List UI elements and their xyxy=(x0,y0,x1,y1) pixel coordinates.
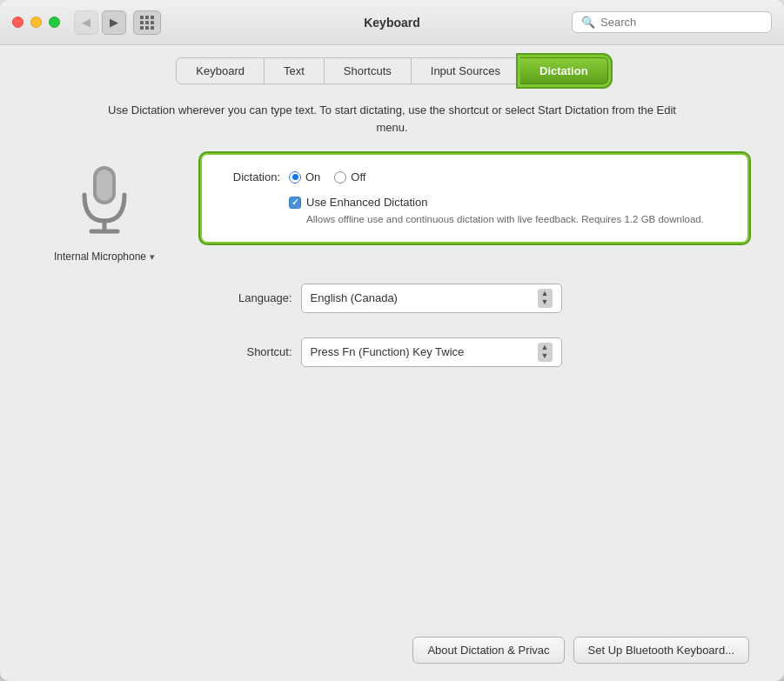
mic-label-text: Internal Microphone xyxy=(54,250,146,263)
traffic-lights xyxy=(12,17,60,28)
tab-text[interactable]: Text xyxy=(265,57,325,84)
enhanced-row: ✓ Use Enhanced Dictation Allows offline … xyxy=(219,196,730,226)
titlebar: ◀ ▶ Keyboard 🔍 xyxy=(0,0,784,45)
language-row: Language: English (Canada) ▲ ▼ xyxy=(35,284,749,313)
bottom-buttons: About Dictation & Privac Set Up Bluetoot… xyxy=(35,611,749,664)
back-icon: ◀ xyxy=(82,16,90,29)
tab-shortcuts[interactable]: Shortcuts xyxy=(325,57,412,84)
language-value: English (Canada) xyxy=(311,291,398,304)
language-select[interactable]: English (Canada) ▲ ▼ xyxy=(301,284,562,313)
radio-off-option[interactable]: Off xyxy=(334,170,365,184)
description-text: Use Dictation wherever you can type text… xyxy=(35,102,749,136)
arrow-down-icon: ▼ xyxy=(541,298,549,307)
radio-on-circle xyxy=(289,171,301,184)
content-area: Use Dictation wherever you can type text… xyxy=(0,84,784,681)
enhanced-checkbox[interactable]: ✓ xyxy=(289,197,301,209)
language-select-arrows: ▲ ▼ xyxy=(538,289,553,308)
shortcut-value: Press Fn (Function) Key Twice xyxy=(311,345,465,358)
mic-label[interactable]: Internal Microphone ▾ xyxy=(54,250,155,263)
radio-on-label: On xyxy=(305,170,320,184)
grid-button[interactable] xyxy=(133,10,161,35)
radio-off-label: Off xyxy=(351,170,365,184)
window-title: Keyboard xyxy=(364,16,420,30)
about-button[interactable]: About Dictation & Privac xyxy=(412,637,564,664)
language-label: Language: xyxy=(223,291,292,304)
search-icon: 🔍 xyxy=(581,16,595,29)
maximize-button[interactable] xyxy=(49,17,60,28)
tab-keyboard[interactable]: Keyboard xyxy=(176,57,265,84)
search-input[interactable] xyxy=(600,16,762,29)
checkmark-icon: ✓ xyxy=(291,198,298,207)
radio-group: On Off xyxy=(289,170,365,184)
enhanced-desc: Allows offline use and continuous dictat… xyxy=(289,212,730,226)
bluetooth-button[interactable]: Set Up Bluetooth Keyboard... xyxy=(573,637,749,664)
forward-icon: ▶ xyxy=(110,16,118,29)
forward-button[interactable]: ▶ xyxy=(102,10,126,35)
dictation-box: Dictation: On Off xyxy=(200,153,749,244)
keyboard-window: ◀ ▶ Keyboard 🔍 Keyboard Text Shortcuts I… xyxy=(0,0,784,681)
close-button[interactable] xyxy=(12,17,23,28)
dictation-label: Dictation: xyxy=(219,170,280,184)
tab-dictation[interactable]: Dictation xyxy=(520,57,608,84)
shortcut-label: Shortcut: xyxy=(223,345,292,358)
grid-icon xyxy=(140,16,154,30)
dictation-toggle-row: Dictation: On Off xyxy=(219,170,730,184)
shortcut-row: Shortcut: Press Fn (Function) Key Twice … xyxy=(35,337,749,367)
shortcut-arrow-down-icon: ▼ xyxy=(541,352,549,361)
minimize-button[interactable] xyxy=(30,17,42,28)
main-area: Internal Microphone ▾ Dictation: On xyxy=(35,153,749,263)
checkbox-row: ✓ Use Enhanced Dictation xyxy=(289,196,730,209)
shortcut-select-arrows: ▲ ▼ xyxy=(538,343,553,362)
microphone-area: Internal Microphone ▾ xyxy=(35,162,174,263)
radio-on-dot xyxy=(292,174,298,180)
radio-off-circle xyxy=(334,171,346,184)
svg-rect-1 xyxy=(97,170,112,201)
shortcut-select[interactable]: Press Fn (Function) Key Twice ▲ ▼ xyxy=(301,337,562,367)
search-box[interactable]: 🔍 xyxy=(572,11,772,33)
enhanced-label: Use Enhanced Dictation xyxy=(306,196,427,209)
tabs-bar: Keyboard Text Shortcuts Input Sources Di… xyxy=(0,45,784,84)
back-button[interactable]: ◀ xyxy=(74,10,98,35)
microphone-svg xyxy=(74,162,135,240)
tab-input-sources[interactable]: Input Sources xyxy=(412,57,520,84)
radio-on-option[interactable]: On xyxy=(289,170,320,184)
forms-section: Language: English (Canada) ▲ ▼ Shortcut:… xyxy=(35,284,749,379)
nav-buttons: ◀ ▶ xyxy=(74,10,126,35)
mic-dropdown-icon: ▾ xyxy=(150,251,155,263)
